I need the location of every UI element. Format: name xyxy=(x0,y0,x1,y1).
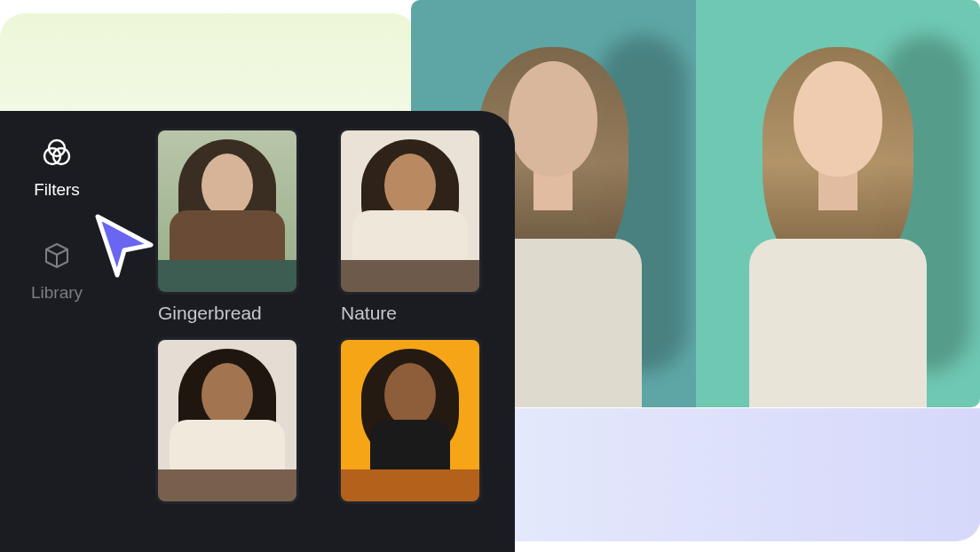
filter-label: Nature xyxy=(341,303,479,324)
filter-thumbnail xyxy=(341,130,479,292)
library-icon xyxy=(39,239,75,274)
filter-thumbnail xyxy=(158,130,296,292)
filter-thumbnail xyxy=(341,340,479,501)
filter-item-4[interactable] xyxy=(341,340,479,512)
sidebar-item-filters[interactable]: Filters xyxy=(34,136,80,200)
filter-item-3[interactable] xyxy=(158,340,296,512)
filter-swatch xyxy=(341,469,479,501)
sidebar-item-label: Library xyxy=(31,283,83,303)
filter-swatch xyxy=(341,260,479,292)
filter-item-nature[interactable]: Nature xyxy=(341,130,479,324)
sidebar-item-label: Filters xyxy=(34,180,80,200)
decorative-bg-top xyxy=(0,13,417,120)
sidebar-item-library[interactable]: Library xyxy=(31,239,83,303)
filter-swatch xyxy=(158,260,296,292)
preview-after xyxy=(696,0,981,407)
sidebar: Filters Library xyxy=(0,111,114,552)
filters-panel: Filters Library Gingerbread xyxy=(0,111,515,552)
filter-swatch xyxy=(158,469,296,501)
filter-label: Gingerbread xyxy=(158,303,296,324)
filter-item-gingerbread[interactable]: Gingerbread xyxy=(158,130,296,324)
filters-icon xyxy=(39,136,75,171)
filter-grid: Gingerbread Nature xyxy=(114,111,515,552)
filter-thumbnail xyxy=(158,340,296,501)
